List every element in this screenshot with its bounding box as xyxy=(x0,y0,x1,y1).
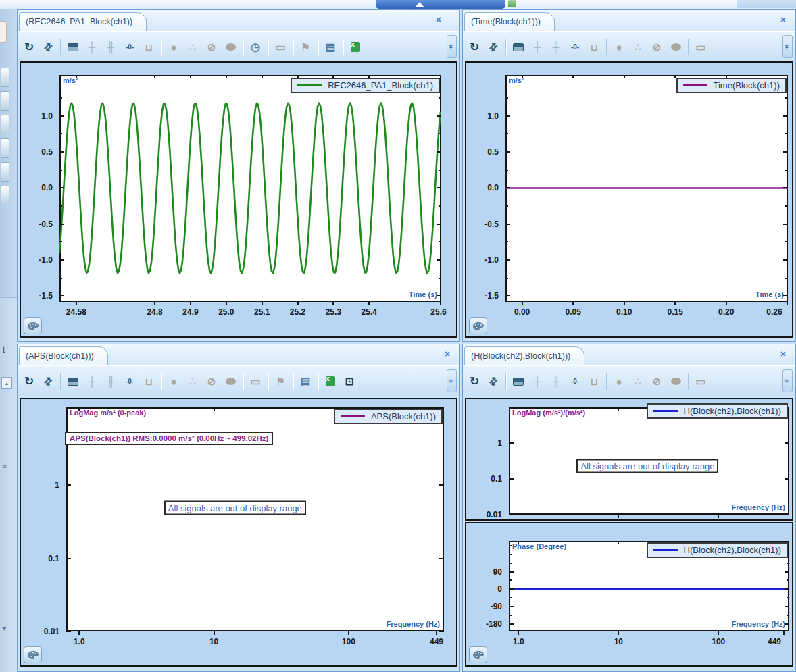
axis-tick xyxy=(59,151,64,153)
note-icon[interactable]: ▤ xyxy=(299,373,312,390)
dock-mini-button[interactable] xyxy=(1,186,9,205)
sliders-icon[interactable]: ╫ xyxy=(104,39,118,55)
trash-icon[interactable]: ⊔ xyxy=(142,39,155,55)
dock-mini-button[interactable] xyxy=(1,91,9,111)
dock-caret-icon[interactable]: ▴ xyxy=(1,377,12,389)
refresh-icon[interactable]: ↻ xyxy=(468,373,481,390)
no-draw-icon[interactable]: ⊘ xyxy=(205,39,218,55)
dock-arrow-icon[interactable]: ▾ xyxy=(3,625,6,632)
ruler-icon[interactable]: ▭ xyxy=(694,373,707,390)
dock-mini-button[interactable] xyxy=(1,162,9,182)
no-draw-icon[interactable]: ⊘ xyxy=(650,39,664,55)
axis-minor-tick xyxy=(787,579,789,581)
comment-icon[interactable] xyxy=(224,373,237,390)
note-icon[interactable]: ▤ xyxy=(324,39,337,55)
axis-tick xyxy=(78,631,80,635)
pin-icon[interactable]: ● xyxy=(612,39,626,55)
slider-icon[interactable]: ┼ xyxy=(530,373,544,390)
trash-icon[interactable]: ⊔ xyxy=(142,373,155,390)
expand-icon[interactable]: ⇅ xyxy=(41,373,55,390)
window-icon[interactable] xyxy=(512,373,525,390)
comment-icon[interactable] xyxy=(669,39,682,55)
close-icon[interactable]: × xyxy=(780,15,786,24)
panel-tab[interactable]: (APS(Block(ch1))) xyxy=(19,346,108,365)
close-icon[interactable]: × xyxy=(780,349,786,359)
axis-tick xyxy=(226,301,227,305)
toolbar-overflow-button[interactable]: » xyxy=(782,35,793,58)
comment-icon[interactable] xyxy=(224,39,237,55)
no-draw-icon[interactable]: ⊘ xyxy=(205,373,218,390)
toolbar-overflow-button[interactable]: » xyxy=(447,369,457,392)
close-icon[interactable]: × xyxy=(445,349,450,359)
dock-menu-icon[interactable]: ≡ xyxy=(2,463,7,472)
node-icon[interactable]: -0- xyxy=(123,39,136,55)
scatter-icon[interactable]: ∴ xyxy=(631,39,645,55)
close-icon[interactable]: × xyxy=(436,15,441,24)
axis-tick xyxy=(262,75,263,78)
slider-icon[interactable]: ┼ xyxy=(530,39,544,55)
axis-tick xyxy=(785,606,789,607)
x-axis-label: Frequency (Hz) xyxy=(732,503,785,511)
expand-icon[interactable]: ⇅ xyxy=(41,39,55,55)
axis-minor-tick xyxy=(59,241,62,242)
clock-icon[interactable]: ◷ xyxy=(249,39,262,55)
chart-region-magnitude: 10.10.01LogMag (m/s²)/(m/s²)Frequency (H… xyxy=(465,398,793,521)
node-icon[interactable]: -0- xyxy=(568,373,582,390)
axis-tick xyxy=(624,301,625,305)
panel-tab[interactable]: (Time(Block(ch1))) xyxy=(464,12,555,31)
palette-button[interactable] xyxy=(469,646,487,663)
expand-icon[interactable]: ⇅ xyxy=(487,39,500,55)
excel-icon[interactable]: X xyxy=(349,39,362,55)
toolbar-overflow-button[interactable]: » xyxy=(447,35,457,58)
window-icon[interactable] xyxy=(512,39,525,55)
ribbon-collapse-handle[interactable] xyxy=(376,0,505,9)
legend-line xyxy=(653,549,678,551)
node-icon[interactable]: -0- xyxy=(568,39,582,55)
scatter-icon[interactable]: ∴ xyxy=(186,39,199,55)
palette-button[interactable] xyxy=(24,646,42,663)
toolbar-overflow-button[interactable]: » xyxy=(782,369,793,392)
dock-button-fragment[interactable] xyxy=(0,21,7,43)
expand-icon[interactable]: ⇅ xyxy=(487,373,500,390)
sliders-icon[interactable]: ╫ xyxy=(104,373,118,390)
axis-tick xyxy=(787,75,788,78)
slider-icon[interactable]: ┼ xyxy=(85,39,99,55)
palette-button[interactable] xyxy=(469,317,487,334)
dock-mini-button[interactable] xyxy=(1,68,9,87)
camera-icon[interactable]: ⊡ xyxy=(343,373,356,390)
comment-icon[interactable] xyxy=(669,373,682,390)
plot-window-time: (Time(Block(ch1))) × » ↻⇅┼╫-0-⊔●∴⊘▭ 0.00… xyxy=(462,9,796,342)
dock-mini-button[interactable] xyxy=(1,138,9,158)
tick-label: 449 xyxy=(430,637,443,646)
flag-icon[interactable]: ⚑ xyxy=(274,373,287,390)
sliders-icon[interactable]: ╫ xyxy=(549,39,563,55)
trash-icon[interactable]: ⊔ xyxy=(587,39,601,55)
ruler-icon[interactable]: ▭ xyxy=(694,39,707,55)
ruler-icon[interactable]: ▭ xyxy=(274,39,287,55)
scatter-icon[interactable]: ∴ xyxy=(186,373,199,390)
ruler-icon[interactable]: ▭ xyxy=(249,373,262,390)
flag-icon[interactable]: ⚑ xyxy=(299,39,312,55)
slider-icon[interactable]: ┼ xyxy=(85,373,99,390)
excel-icon[interactable]: X xyxy=(324,373,337,390)
tick-label: 24.8 xyxy=(147,307,162,317)
refresh-icon[interactable]: ↻ xyxy=(22,39,36,55)
refresh-icon[interactable]: ↻ xyxy=(22,373,36,390)
refresh-icon[interactable]: ↻ xyxy=(468,39,481,55)
sliders-icon[interactable]: ╫ xyxy=(549,373,563,390)
dock-mini-button[interactable] xyxy=(1,115,9,134)
no-draw-icon[interactable]: ⊘ xyxy=(650,373,664,390)
toolbar-separator xyxy=(688,39,689,55)
panel-tab[interactable]: (REC2646_PA1_Block(ch1)) xyxy=(19,12,147,31)
window-icon[interactable] xyxy=(66,373,80,390)
trash-icon[interactable]: ⊔ xyxy=(587,373,601,390)
panel-tab[interactable]: (H(Block(ch2),Block(ch1))) xyxy=(464,346,584,365)
tick-label: 0.0 xyxy=(21,183,53,192)
window-icon[interactable] xyxy=(66,39,80,55)
pin-icon[interactable]: ● xyxy=(167,39,180,55)
scatter-icon[interactable]: ∴ xyxy=(631,373,645,390)
palette-button[interactable] xyxy=(24,317,42,334)
pin-icon[interactable]: ● xyxy=(612,373,626,390)
node-icon[interactable]: -0- xyxy=(123,373,136,390)
pin-icon[interactable]: ● xyxy=(167,373,180,390)
